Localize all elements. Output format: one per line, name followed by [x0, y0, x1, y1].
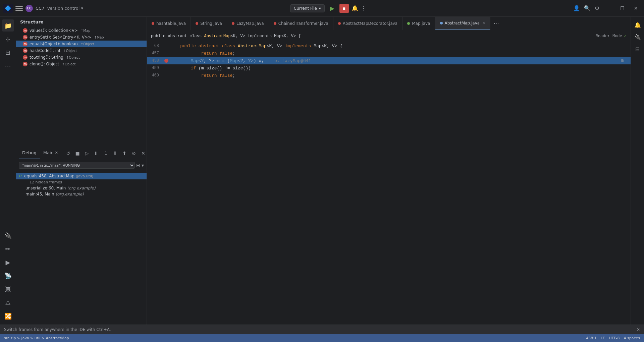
- code-content: Map<?, ?> m = (Map<?, ?>) o; o: LazyMap@…: [170, 58, 621, 63]
- threads-content: ↩ equals:458, AbstractMap (java.util) 12…: [16, 171, 147, 325]
- code-content: return false;: [170, 51, 628, 56]
- tab-bar: hashtable.java String.java LazyMap.java …: [147, 17, 631, 30]
- line-gutter: [163, 59, 170, 63]
- person-icon[interactable]: 👤: [573, 5, 580, 11]
- tab-label: AbstractMap.java: [445, 21, 480, 25]
- thread-chevron-icon[interactable]: ▾: [142, 163, 144, 168]
- sidebar-icon-podcast[interactable]: 📡: [2, 270, 14, 282]
- reader-mode[interactable]: Reader Mode ✓: [596, 34, 627, 39]
- status-encoding: UTF-8: [609, 336, 620, 340]
- debug-pause-icon[interactable]: ⏸: [92, 149, 100, 157]
- debug-body: "main"@1 in gr..."main": RUNNING ⊟ ▾ ↩ e…: [16, 159, 147, 325]
- tab-close-icon[interactable]: ✕: [482, 21, 485, 25]
- debug-stepover-icon[interactable]: ⤵: [102, 149, 110, 157]
- code-line-458: 458 Map<?, ?> m = (Map<?, ?>) o; o: Lazy…: [147, 57, 631, 64]
- minimize-button[interactable]: —: [603, 4, 613, 12]
- settings-bell-icon[interactable]: 🔔: [352, 5, 358, 11]
- current-file-button[interactable]: Current File ▾: [290, 4, 325, 12]
- notification-text: Switch frames from anywhere in the IDE w…: [4, 327, 111, 332]
- run-button[interactable]: ▶: [327, 4, 337, 13]
- structure-item-selected[interactable]: m equals(Object): boolean ↑Object: [16, 41, 147, 47]
- status-path[interactable]: src.zip > java > util > AbstractMap: [4, 336, 69, 340]
- sidebar-icon-more[interactable]: ⋯: [2, 60, 14, 72]
- sidebar-icon-run[interactable]: ▶: [2, 256, 14, 268]
- debug-stepinto-icon[interactable]: ⬇: [111, 149, 119, 157]
- right-gutter-m: m: [621, 58, 628, 63]
- sidebar-icon-pen[interactable]: ✏: [2, 243, 14, 255]
- stop-button[interactable]: ■: [339, 4, 349, 13]
- structure-item-badge: ↑Object: [63, 49, 77, 53]
- thread-frame-selected[interactable]: ↩ equals:458, AbstractMap (java.util): [16, 173, 147, 179]
- code-content: if (m.size() != size()): [170, 66, 628, 71]
- debug-tab-main[interactable]: Main ✕: [40, 147, 61, 159]
- tab-dot: [407, 22, 410, 25]
- sidebar-icon-warning[interactable]: ⚠: [2, 296, 14, 308]
- restore-button[interactable]: ❐: [618, 4, 627, 12]
- project-name: CC7: [36, 6, 44, 11]
- sidebar-icon-plugins[interactable]: 🔌: [2, 229, 14, 241]
- breakpoint-icon[interactable]: [164, 59, 168, 63]
- notification-bar: Switch frames from anywhere in the IDE w…: [0, 325, 644, 334]
- debug-mute-icon[interactable]: ⊘: [130, 149, 138, 157]
- tab-lazymap[interactable]: LazyMap.java: [227, 17, 269, 30]
- sidebar-icon-image[interactable]: 🖼: [2, 283, 14, 295]
- right-sidebar-notifications[interactable]: 🔔: [632, 19, 643, 30]
- tabs-more-icon[interactable]: ⋯: [490, 20, 502, 26]
- more-icon[interactable]: ⋮: [361, 5, 366, 11]
- sidebar-icon-structure[interactable]: ⊟: [2, 46, 14, 58]
- thread-check-icon: ↩: [19, 174, 22, 178]
- thread-select[interactable]: "main"@1 in gr..."main": RUNNING: [19, 162, 135, 169]
- debug-stepout-icon[interactable]: ⬆: [120, 149, 128, 157]
- tab-abstractmap[interactable]: AbstractMap.java ✕: [435, 17, 490, 30]
- vcs-button[interactable]: Version control ▾: [47, 6, 83, 11]
- debug-clear-icon[interactable]: ✕: [139, 149, 147, 157]
- code-line-460: 460 return false;: [147, 72, 631, 79]
- thread-filter-icon[interactable]: ⊟: [136, 163, 140, 168]
- tab-dot: [274, 22, 276, 25]
- reader-mode-check-icon: ✓: [624, 34, 627, 39]
- gear-icon[interactable]: ⚙: [595, 5, 599, 11]
- tab-abstractmapdecorator[interactable]: AbstractMapDecorator.java: [333, 17, 402, 30]
- tab-label: String.java: [200, 21, 222, 26]
- debug-tab-debug[interactable]: Debug: [19, 147, 40, 159]
- structure-item[interactable]: m entrySet(): Set<Entry<K, V>> ↑Map: [16, 34, 147, 41]
- status-lf: LF: [601, 336, 605, 340]
- code-line-459: 459 if (m.size() != size()): [147, 64, 631, 72]
- structure-item[interactable]: m toString(): String ↑Object: [16, 54, 147, 61]
- stack-name: unserialize:60, Main (org.example): [25, 186, 96, 190]
- debug-resume-icon[interactable]: ▷: [83, 149, 91, 157]
- debug-header: Debug Main ✕ ↺ ■ ▷ ⏸ ⤵ ⬇ ⬆ ⊘ ✕ ⋯: [16, 147, 147, 159]
- structure-item[interactable]: m clone(): Object ↑Object: [16, 61, 147, 67]
- project-badge: CC: [25, 5, 33, 12]
- debug-rerun-icon[interactable]: ↺: [64, 149, 72, 157]
- tab-chainedtransformer[interactable]: ChainedTransformer.java: [269, 17, 333, 30]
- threads-panel: "main"@1 in gr..."main": RUNNING ⊟ ▾ ↩ e…: [16, 159, 147, 325]
- structure-item-text: entrySet(): Set<Entry<K, V>>: [30, 35, 91, 40]
- sidebar-icon-git[interactable]: 🔀: [2, 310, 14, 322]
- sidebar-icon-files[interactable]: 📁: [2, 19, 14, 32]
- right-sidebar-indent[interactable]: ⊟: [632, 44, 643, 54]
- tab-string[interactable]: String.java: [191, 17, 227, 30]
- close-button[interactable]: ✕: [631, 4, 641, 12]
- sidebar-icon-bookmarks[interactable]: ⊹: [2, 33, 14, 45]
- search-icon[interactable]: 🔍: [584, 5, 591, 11]
- code-line-457: 457 return false;: [147, 50, 631, 57]
- right-sidebar-plugins[interactable]: 🔌: [632, 32, 643, 42]
- structure-items: m values(): Collection<V> ↑Map m entrySe…: [16, 27, 147, 147]
- stack-name: main:45, Main (org.example): [25, 192, 84, 196]
- structure-item[interactable]: m values(): Collection<V> ↑Map: [16, 27, 147, 34]
- code-line-68: 68 public abstract class AbstractMap<K, …: [147, 42, 631, 50]
- thread-stack-item[interactable]: main:45, Main (org.example): [16, 191, 147, 197]
- sidebar-icons: 📁 ⊹ ⊟ ⋯ 🔌 ✏ ▶ 📡 🖼 ⚠ 🔀: [0, 17, 16, 325]
- structure-item-badge: ↑Object: [66, 56, 80, 59]
- tab-hashtable[interactable]: hashtable.java: [147, 17, 191, 30]
- structure-item[interactable]: m hashCode(): int ↑Object: [16, 47, 147, 54]
- thread-stack-item[interactable]: unserialize:60, Main (org.example): [16, 185, 147, 191]
- tab-map[interactable]: Map.java: [402, 17, 435, 30]
- tab-label: hashtable.java: [156, 21, 186, 26]
- debug-stop-icon[interactable]: ■: [73, 149, 82, 157]
- titlebar-left: 🔷 CC CC7 Version control ▾: [3, 4, 83, 13]
- hamburger-menu[interactable]: [15, 5, 23, 12]
- notification-close-icon[interactable]: ✕: [637, 327, 640, 332]
- tab-dot: [338, 22, 341, 25]
